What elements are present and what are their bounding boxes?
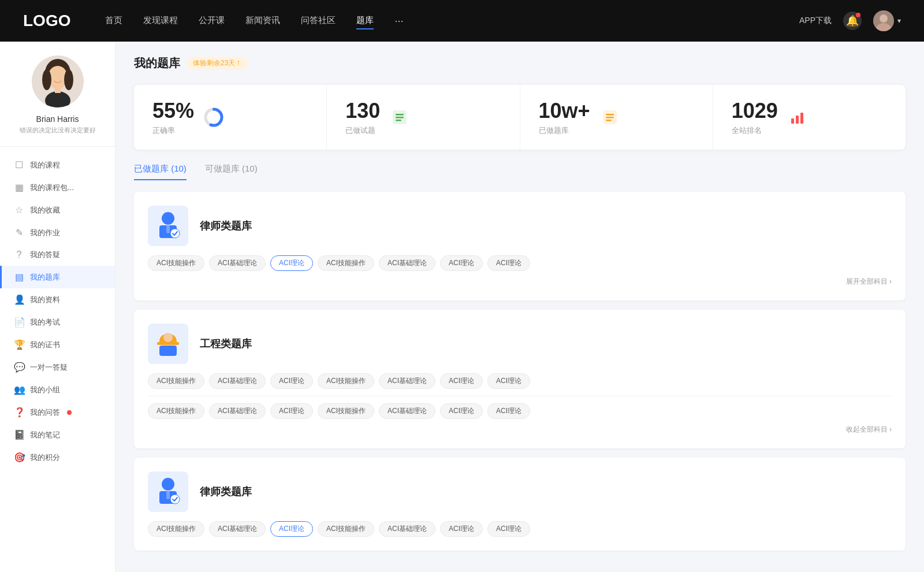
sidebar-item-course[interactable]: ☐ 我的课程 xyxy=(0,154,115,176)
svg-rect-29 xyxy=(159,346,177,356)
tag-2b-6[interactable]: ACI理论 xyxy=(487,403,530,419)
bank-card-header-3: 律师类题库 xyxy=(148,471,892,512)
svg-rect-21 xyxy=(796,116,799,124)
sidebar: Brian Harris 错误的决定比没有决定要好 ☐ 我的课程 ▦ 我的课程包… xyxy=(0,42,116,572)
sidebar-item-tutoring[interactable]: 💬 一对一答疑 xyxy=(0,356,115,378)
sidebar-label-questionbank: 我的题库 xyxy=(30,272,60,283)
stat-done-banks-label: 已做题库 xyxy=(539,125,590,136)
stat-done-banks-value: 10w+ xyxy=(539,99,590,123)
notification-bell[interactable]: 🔔 xyxy=(843,12,862,30)
svg-rect-19 xyxy=(606,120,612,121)
nav-home[interactable]: 首页 xyxy=(105,13,122,29)
tag-2-6[interactable]: ACI理论 xyxy=(487,373,530,389)
tag-2b-1[interactable]: ACI基础理论 xyxy=(209,403,266,419)
tag-3-3[interactable]: ACI技能操作 xyxy=(318,521,374,537)
tag-3-1[interactable]: ACI基础理论 xyxy=(209,521,266,537)
tag-3-2[interactable]: ACI理论 xyxy=(270,521,313,537)
profile-avatar xyxy=(32,55,84,107)
bank-card-lawyer-2: 律师类题库 ACI技能操作 ACI基础理论 ACI理论 ACI技能操作 ACI基… xyxy=(134,458,906,551)
sidebar-label-course: 我的课程 xyxy=(30,160,60,170)
sidebar-item-points[interactable]: 🎯 我的积分 xyxy=(0,446,115,469)
avatar xyxy=(873,10,894,31)
sidebar-item-profile[interactable]: 👤 我的资料 xyxy=(0,288,115,311)
nav: 首页 发现课程 公开课 新闻资讯 问答社区 题库 ··· xyxy=(105,13,799,29)
expand-link-2[interactable]: 收起全部科目 › xyxy=(148,425,892,434)
tag-2-5[interactable]: ACI理论 xyxy=(440,373,483,389)
tag-2b-3[interactable]: ACI技能操作 xyxy=(318,403,374,419)
stat-accuracy-value: 55% xyxy=(152,99,194,123)
stats-row: 55% 正确率 130 已做试题 xyxy=(134,85,906,150)
sidebar-item-certificate[interactable]: 🏆 我的证书 xyxy=(0,333,115,356)
notification-dot xyxy=(856,13,860,17)
tag-1-1[interactable]: ACI基础理论 xyxy=(209,255,266,271)
tag-1-0[interactable]: ACI技能操作 xyxy=(148,255,204,271)
qa-notification-dot xyxy=(67,410,72,415)
expand-link-1[interactable]: 展开全部科目 › xyxy=(148,277,892,287)
content-area: Brian Harris 错误的决定比没有决定要好 ☐ 我的课程 ▦ 我的课程包… xyxy=(0,42,924,572)
sidebar-label-questions: 我的答疑 xyxy=(30,250,60,260)
trial-badge: 体验剩余23天！ xyxy=(187,57,248,70)
nav-opencourse[interactable]: 公开课 xyxy=(199,13,225,29)
sidebar-item-group[interactable]: 👥 我的小组 xyxy=(0,378,115,401)
tag-2b-0[interactable]: ACI技能操作 xyxy=(148,403,204,419)
sidebar-label-certificate: 我的证书 xyxy=(30,340,60,350)
stat-done-banks: 10w+ 已做题库 xyxy=(520,85,713,150)
profile-icon: 👤 xyxy=(14,294,24,305)
sidebar-item-course-package[interactable]: ▦ 我的课程包... xyxy=(0,176,115,199)
svg-point-26 xyxy=(170,229,180,238)
nav-qa[interactable]: 问答社区 xyxy=(301,13,336,29)
nav-more[interactable]: ··· xyxy=(394,13,403,29)
tag-3-4[interactable]: ACI基础理论 xyxy=(379,521,435,537)
stat-ranking-value: 1029 xyxy=(732,99,778,123)
sidebar-label-exam: 我的考试 xyxy=(30,317,60,328)
tab-done-banks[interactable]: 已做题库 (10) xyxy=(134,164,187,180)
svg-rect-22 xyxy=(800,113,803,124)
tag-1-4[interactable]: ACI基础理论 xyxy=(379,255,435,271)
tag-2-2[interactable]: ACI理论 xyxy=(270,373,313,389)
tag-2b-4[interactable]: ACI基础理论 xyxy=(379,403,435,419)
header-right: APP下载 🔔 ▾ xyxy=(799,10,901,31)
myqa-icon: ❓ xyxy=(14,407,24,418)
tag-3-5[interactable]: ACI理论 xyxy=(440,521,483,537)
tag-1-5[interactable]: ACI理论 xyxy=(440,255,483,271)
tag-1-6[interactable]: ACI理论 xyxy=(487,255,530,271)
stat-accuracy: 55% 正确率 xyxy=(134,85,327,150)
tag-1-3[interactable]: ACI技能操作 xyxy=(318,255,374,271)
notes-icon: 📓 xyxy=(14,429,24,440)
sidebar-item-questions[interactable]: ? 我的答疑 xyxy=(0,244,115,266)
tag-3-6[interactable]: ACI理论 xyxy=(487,521,530,537)
sidebar-label-myqa: 我的问答 xyxy=(30,407,60,418)
sidebar-item-myqa[interactable]: ❓ 我的问答 xyxy=(0,401,115,424)
tag-1-2[interactable]: ACI理论 xyxy=(270,255,313,271)
tag-2b-5[interactable]: ACI理论 xyxy=(440,403,483,419)
nav-discover[interactable]: 发现课程 xyxy=(143,13,178,29)
stat-done-questions-value: 130 xyxy=(345,99,380,123)
sidebar-item-notes[interactable]: 📓 我的笔记 xyxy=(0,424,115,446)
sidebar-item-favorites[interactable]: ☆ 我的收藏 xyxy=(0,199,115,221)
bank-tags-row-2: ACI技能操作 ACI基础理论 ACI理论 ACI技能操作 ACI基础理论 AC… xyxy=(148,373,892,389)
sidebar-item-questionbank[interactable]: ▤ 我的题库 xyxy=(0,266,115,288)
stat-done-questions-label: 已做试题 xyxy=(345,125,380,136)
sidebar-item-exam[interactable]: 📄 我的考试 xyxy=(0,311,115,333)
tag-3-0[interactable]: ACI技能操作 xyxy=(148,521,204,537)
tag-2b-2[interactable]: ACI理论 xyxy=(270,403,313,419)
bank-title-1: 律师类题库 xyxy=(200,219,252,233)
page-header: 我的题库 体验剩余23天！ xyxy=(134,55,906,71)
app-download-button[interactable]: APP下载 xyxy=(799,16,832,26)
favorites-icon: ☆ xyxy=(14,205,24,216)
homework-icon: ✎ xyxy=(14,227,24,238)
tag-2-3[interactable]: ACI技能操作 xyxy=(318,373,374,389)
profile-name: Brian Harris xyxy=(36,114,79,124)
sidebar-item-homework[interactable]: ✎ 我的作业 xyxy=(0,221,115,244)
user-avatar-menu[interactable]: ▾ xyxy=(873,10,901,31)
tag-2-0[interactable]: ACI技能操作 xyxy=(148,373,204,389)
tab-available-banks[interactable]: 可做题库 (10) xyxy=(205,164,258,180)
nav-news[interactable]: 新闻资讯 xyxy=(245,13,280,29)
tag-2-4[interactable]: ACI基础理论 xyxy=(379,373,435,389)
bank-title-3: 律师类题库 xyxy=(200,485,252,499)
tag-2-1[interactable]: ACI基础理论 xyxy=(209,373,266,389)
tutoring-icon: 💬 xyxy=(14,362,24,373)
accuracy-donut-icon xyxy=(203,107,224,128)
nav-bank[interactable]: 题库 xyxy=(356,13,374,29)
logo: LOGO xyxy=(23,12,70,30)
